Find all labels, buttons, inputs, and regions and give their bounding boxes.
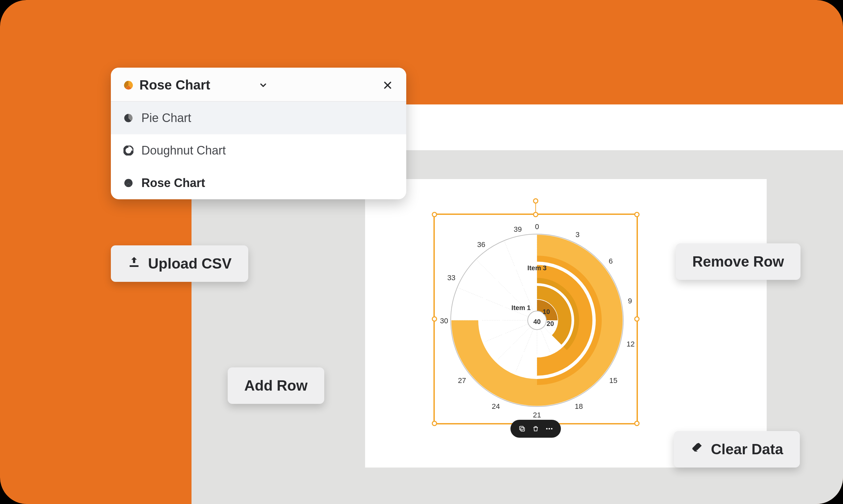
- series-label: Item 3: [527, 264, 547, 272]
- chart-selection-box[interactable]: 0 3 6 9 12 15 18 21 24 27 30 33 36 39 It…: [433, 214, 638, 425]
- svg-point-15: [549, 428, 550, 430]
- dropdown-item-label: Doughnut Chart: [141, 144, 226, 158]
- axis-tick: 39: [514, 225, 522, 234]
- dropdown-item-rose[interactable]: Rose Chart: [111, 167, 406, 199]
- rose-icon: [123, 79, 134, 91]
- close-button[interactable]: [381, 78, 394, 92]
- axis-tick: 3: [575, 231, 580, 239]
- svg-rect-12: [521, 427, 524, 431]
- add-row-label: Add Row: [244, 377, 308, 394]
- axis-tick: 27: [458, 376, 466, 385]
- dropdown-item-label: Rose Chart: [141, 176, 205, 190]
- series-label: Item 1: [512, 304, 531, 312]
- clear-data-button[interactable]: Clear Data: [674, 431, 800, 468]
- axis-tick: 30: [440, 317, 448, 325]
- axis-tick: 24: [492, 402, 500, 411]
- axis-tick: 12: [626, 340, 635, 348]
- svg-point-16: [551, 428, 553, 430]
- axis-tick: 18: [575, 402, 583, 411]
- axis-tick: 21: [533, 411, 541, 419]
- axis-tick: 36: [477, 240, 485, 249]
- svg-point-14: [546, 428, 548, 430]
- dropdown-item-label: Pie Chart: [141, 111, 191, 125]
- add-row-button[interactable]: Add Row: [228, 367, 324, 404]
- axis-tick: 33: [447, 273, 455, 282]
- svg-rect-13: [519, 427, 523, 430]
- axis-tick: 0: [535, 222, 539, 231]
- context-toolbar: [511, 420, 561, 438]
- clear-data-label: Clear Data: [711, 441, 783, 457]
- eraser-icon: [690, 441, 704, 457]
- dropdown-item-pie[interactable]: Pie Chart: [111, 102, 406, 134]
- axis-tick: 6: [609, 257, 613, 266]
- axis-tick: 9: [628, 297, 632, 305]
- duplicate-button[interactable]: [517, 424, 527, 434]
- axis-tick: 15: [609, 376, 617, 385]
- dropdown-item-doughnut[interactable]: Doughnut Chart: [111, 134, 406, 167]
- upload-csv-label: Upload CSV: [148, 255, 232, 272]
- doughnut-icon: [123, 145, 134, 156]
- upload-icon: [127, 255, 141, 272]
- more-button[interactable]: [544, 424, 554, 434]
- upload-csv-button[interactable]: Upload CSV: [111, 245, 248, 282]
- value-label: 20: [547, 320, 554, 328]
- dropdown-title: Rose Chart: [139, 77, 253, 92]
- rose-icon: [123, 177, 134, 189]
- rotation-handle[interactable]: [533, 198, 538, 203]
- center-label: 40: [533, 318, 541, 326]
- remove-row-button[interactable]: Remove Row: [676, 244, 801, 280]
- delete-button[interactable]: [531, 424, 541, 434]
- value-label: 10: [543, 308, 550, 316]
- pie-icon: [123, 112, 134, 124]
- chevron-down-icon[interactable]: [259, 80, 268, 90]
- remove-row-label: Remove Row: [692, 253, 784, 270]
- dropdown-header[interactable]: Rose Chart: [111, 68, 406, 102]
- chart-type-dropdown: Rose Chart Pie Chart Doughnut Chart: [111, 68, 406, 199]
